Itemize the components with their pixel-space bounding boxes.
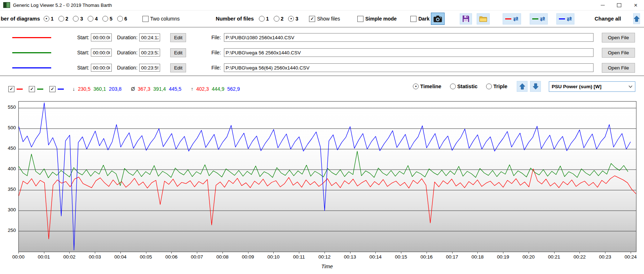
metric-up-button[interactable] [517, 81, 528, 92]
open-folder-button[interactable] [477, 13, 490, 24]
metric-down-button[interactable] [530, 81, 541, 92]
edit-button[interactable]: Edit [170, 33, 186, 42]
dark-mode-checkbox[interactable]: Dark [410, 16, 429, 22]
x-axis-label: 00:04 [114, 254, 127, 260]
x-axis-tick [427, 252, 427, 253]
sync-icon: ⇄ [567, 16, 572, 22]
y-axis-label: 550 [0, 104, 17, 110]
app-icon [3, 2, 10, 8]
simple-mode-checkbox[interactable]: Simple mode [357, 16, 397, 22]
x-axis-tick [120, 252, 121, 253]
file-path-input[interactable] [224, 63, 594, 72]
open-file-button[interactable]: Open File [602, 48, 635, 58]
start-label: Start: [77, 35, 89, 40]
two-columns-checkbox[interactable]: Two columns [142, 16, 180, 22]
file-count-radio-3[interactable]: ● 3 [288, 16, 298, 22]
sync-icon: ⇄ [540, 16, 545, 22]
file-count-radio-1[interactable]: 1 [259, 16, 269, 22]
diagram-count-radio-1[interactable]: ● 1 [44, 16, 54, 22]
diagram-count-radio-2[interactable]: 2 [58, 16, 69, 22]
checkbox-box: ✓ [29, 86, 35, 92]
avg-values: Ø 367,3 391,4 445,5 [131, 86, 181, 92]
file-row-2: Start: Duration: Edit File: Open File [0, 45, 644, 60]
folder-icon [479, 15, 487, 22]
x-axis-tick [95, 252, 95, 253]
checkbox-box [142, 16, 149, 22]
app-window: { "window": { "title": "Generic Log View… [0, 0, 644, 274]
screenshot-button[interactable] [431, 13, 445, 25]
sync-green-series-button[interactable]: ⇄ [530, 13, 548, 24]
diagram-count-radio-5[interactable]: 5 [102, 16, 113, 22]
y-axis-label: 250 [0, 228, 17, 233]
x-axis-label: 00:01 [38, 254, 50, 260]
radio-circle [259, 16, 265, 22]
change-all-label: Change all [595, 16, 621, 22]
green-series-dash-icon [37, 89, 43, 90]
blue-series-dash-icon [58, 89, 64, 90]
red-series-toggle[interactable]: ✓ [8, 86, 23, 92]
metric-dropdown-value: PSU Power (sum) [W] [552, 84, 628, 89]
edit-button[interactable]: Edit [170, 63, 186, 72]
sync-blue-series-button[interactable]: ⇄ [556, 13, 574, 24]
min-icon: ↓ [72, 86, 75, 92]
up-arrow-icon [634, 15, 640, 22]
radio-circle [102, 16, 108, 22]
x-axis-label: 00:24 [625, 254, 637, 260]
duration-input[interactable] [139, 49, 160, 57]
save-button[interactable] [460, 13, 472, 24]
x-axis-tick [579, 252, 580, 253]
series-toggles: ✓ ✓ ✓ [8, 86, 64, 92]
start-time-input[interactable] [91, 49, 112, 57]
blue-series-dash-icon [559, 18, 565, 19]
start-time-input[interactable] [91, 64, 112, 72]
triple-radio[interactable]: Triple [486, 84, 507, 89]
diagram-count-radio-3[interactable]: 3 [73, 16, 83, 22]
titlebar: Generic Log Viewer 5.2 - © 2019 Thomas B… [0, 0, 644, 10]
green-series-toggle[interactable]: ✓ [29, 86, 43, 92]
file-path-input[interactable] [224, 33, 594, 42]
green-series-dash-icon [532, 18, 538, 19]
file-path-input[interactable] [224, 48, 594, 57]
timeline-radio[interactable]: ● Timeline [413, 84, 441, 89]
x-axis-tick [375, 252, 376, 253]
sync-icon: ⇄ [513, 16, 518, 22]
maximize-button[interactable] [611, 0, 627, 10]
file-row-1: Start: Duration: Edit File: Open File [0, 30, 644, 45]
x-axis-tick [248, 252, 248, 253]
window-controls: × [594, 0, 644, 10]
min-value-blue: 203,8 [109, 86, 122, 92]
avg-value-red: 367,3 [138, 86, 150, 92]
statistic-radio[interactable]: Statistic [450, 84, 477, 89]
chart-plot-area[interactable] [18, 101, 636, 252]
close-button[interactable]: × [627, 0, 644, 10]
file-row-3: Start: Duration: Edit File: Open File [0, 60, 644, 75]
open-file-button[interactable]: Open File [602, 63, 635, 73]
start-time-input[interactable] [91, 33, 112, 41]
open-file-button[interactable]: Open File [602, 33, 635, 42]
minimize-icon [601, 5, 605, 5]
chart-svg[interactable] [19, 102, 636, 252]
start-label: Start: [77, 50, 89, 55]
file-count-radio-2[interactable]: 2 [274, 16, 284, 22]
minimize-button[interactable] [594, 0, 611, 10]
sync-red-series-button[interactable]: ⇄ [503, 13, 521, 24]
radio-circle [117, 16, 123, 22]
diagram-count-radio-6[interactable]: 6 [117, 16, 127, 22]
show-files-checkbox[interactable]: ✓ Show files [309, 16, 340, 22]
x-axis-tick [44, 252, 44, 253]
x-axis-label: 00:06 [166, 254, 178, 260]
blue-series-toggle[interactable]: ✓ [49, 86, 64, 92]
duration-input[interactable] [139, 64, 160, 72]
file-label: File: [211, 50, 221, 55]
metric-dropdown[interactable]: PSU Power (sum) [W] [549, 81, 635, 92]
x-axis-label: 00:14 [370, 254, 382, 260]
change-all-up-button[interactable] [633, 13, 640, 24]
y-axis-label: 500 [0, 125, 17, 130]
edit-button[interactable]: Edit [170, 48, 186, 57]
file-label: File: [211, 65, 221, 71]
checkbox-box: ✓ [8, 86, 14, 92]
x-axis-label: 00:17 [446, 254, 458, 260]
diagram-count-radio-4[interactable]: 4 [88, 16, 98, 22]
x-axis-tick [171, 252, 172, 253]
duration-input[interactable] [139, 33, 160, 41]
